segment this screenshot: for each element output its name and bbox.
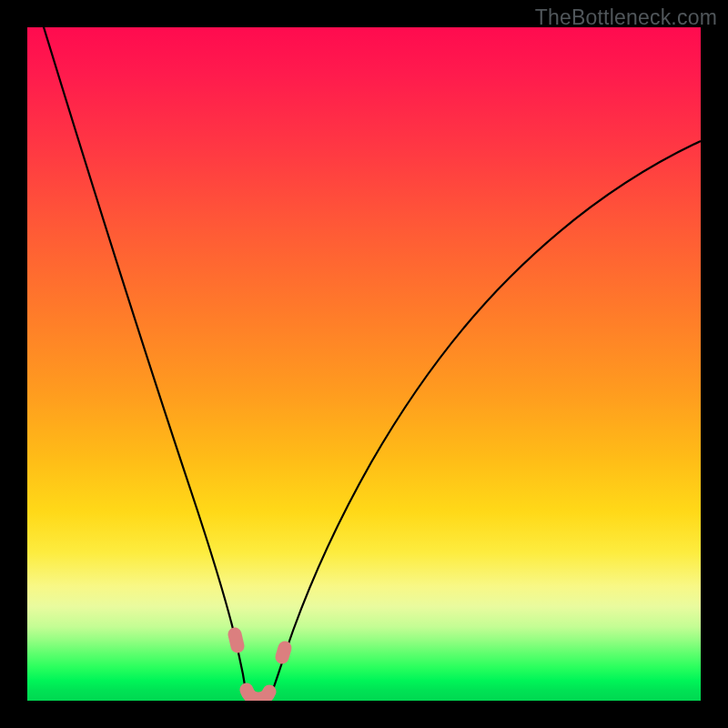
optimal-marker-right xyxy=(282,648,285,657)
chart-frame: TheBottleneck.com xyxy=(0,0,728,728)
watermark-text: TheBottleneck.com xyxy=(535,5,717,30)
curve-right-branch xyxy=(271,141,701,694)
optimal-marker-bottom xyxy=(247,690,269,699)
bottleneck-curve-svg xyxy=(27,27,701,701)
plot-area xyxy=(27,27,701,701)
curve-left-branch xyxy=(41,27,247,693)
optimal-marker-left xyxy=(235,634,238,646)
